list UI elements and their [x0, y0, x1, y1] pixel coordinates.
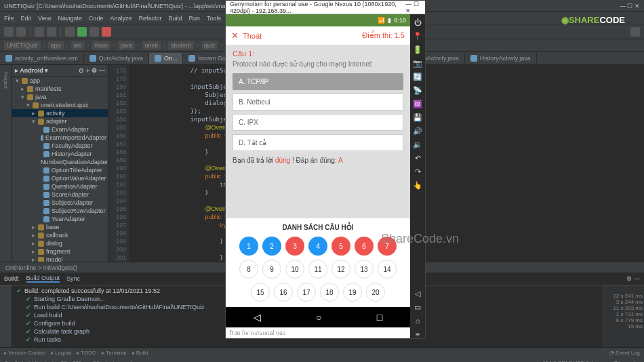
tree-item[interactable]: ▸base — [12, 223, 108, 231]
breadcrumb-item[interactable]: uneti — [142, 41, 161, 49]
tree-item[interactable]: ▸callback — [12, 231, 108, 239]
editor-tab[interactable]: On... — [149, 53, 184, 64]
answer-option[interactable]: B. Netbeui — [233, 94, 403, 110]
question-nav-button[interactable]: 4 — [308, 237, 327, 256]
pinch-icon[interactable]: 👆 — [414, 181, 422, 189]
question-nav-button[interactable]: 12 — [331, 260, 350, 279]
question-nav-button[interactable]: 10 — [285, 260, 304, 279]
question-nav-button[interactable]: 16 — [274, 283, 293, 302]
question-nav-button[interactable]: 20 — [366, 283, 385, 302]
tree-item[interactable]: ▸manifests — [12, 85, 108, 93]
debug-icon[interactable] — [89, 27, 99, 37]
question-nav-button[interactable]: 8 — [239, 260, 258, 279]
search-icon[interactable] — [630, 27, 640, 37]
tree-item[interactable]: HistoryAdapter — [12, 150, 108, 158]
question-nav-button[interactable]: 5 — [331, 237, 350, 256]
question-nav-button[interactable]: 2 — [262, 237, 281, 256]
tree-item[interactable]: ▸model — [12, 256, 108, 262]
breadcrumb-item[interactable]: main — [92, 41, 111, 49]
network-icon[interactable]: 📡 — [414, 86, 422, 94]
build-tab-sync[interactable]: Sync — [66, 275, 80, 282]
rotate-icon[interactable]: 🔄 — [414, 73, 422, 81]
id-icon[interactable]: 🆔 — [414, 100, 422, 108]
stop-icon[interactable] — [102, 27, 111, 37]
nav-recent-icon[interactable]: ▭ — [414, 303, 422, 311]
event-log[interactable]: ◔ Event Log — [609, 350, 640, 356]
menu-icon[interactable]: ≡ — [414, 330, 422, 338]
tree-item[interactable]: NumberQuestionAdapter — [12, 158, 108, 166]
question-nav-button[interactable]: 3 — [285, 237, 304, 256]
battery-icon[interactable]: 🔋 — [414, 45, 422, 54]
tool-tab[interactable]: ▸ TODO — [77, 350, 96, 356]
question-nav-button[interactable]: 19 — [343, 283, 362, 302]
tool-tab[interactable]: ▸ Terminal — [102, 350, 126, 356]
answer-option[interactable]: D. Tất cả — [233, 134, 403, 151]
editor-tab[interactable]: HistoryActivity.java — [465, 53, 537, 64]
redo-icon[interactable] — [47, 27, 56, 37]
tree-item[interactable]: OptionValueAdapter — [12, 174, 108, 182]
tree-item[interactable]: ▸activity — [12, 109, 108, 117]
save-icon[interactable] — [16, 27, 26, 37]
breadcrumb-item[interactable]: student — [168, 41, 194, 49]
tree-item[interactable]: OptionTitleAdapter — [12, 166, 108, 174]
project-tree[interactable]: ▸ Android ▾ ⊙÷⚙— ▾app▸manifests▾java▾une… — [12, 65, 108, 262]
question-nav-button[interactable]: 15 — [251, 283, 270, 302]
volume-down-icon[interactable]: 🔉 — [414, 140, 422, 148]
tree-item[interactable]: SubjectAdapter — [12, 199, 108, 207]
menu-analyze[interactable]: Analyze — [110, 15, 132, 22]
question-nav-button[interactable]: 17 — [297, 283, 316, 302]
menu-build[interactable]: Build — [168, 15, 182, 22]
nav-home-icon[interactable]: ⌂ — [414, 317, 422, 325]
run-icon[interactable] — [77, 27, 87, 37]
answer-option[interactable]: C. IPX — [233, 114, 403, 131]
question-nav-button[interactable]: 14 — [378, 260, 397, 279]
menu-file[interactable]: File — [4, 15, 14, 22]
window-controls[interactable]: — ☐ ✕ — [620, 3, 640, 9]
rotate-left-icon[interactable]: ↶ — [414, 154, 422, 162]
camera-icon[interactable]: 📷 — [414, 59, 422, 67]
rotate-right-icon[interactable]: ↷ — [414, 167, 422, 176]
emulator-window-controls[interactable]: — ☐ ✕ — [405, 1, 421, 14]
tree-item[interactable]: ▾app — [12, 77, 108, 85]
exit-label[interactable]: Thoát — [243, 32, 262, 40]
breadcrumb-item[interactable]: app — [48, 41, 64, 49]
tree-item[interactable]: ▸dialog — [12, 239, 108, 247]
question-nav-button[interactable]: 1 — [239, 237, 258, 256]
volume-up-icon[interactable]: 🔊 — [414, 127, 422, 135]
tool-tab[interactable]: ▸ Build — [132, 350, 148, 356]
undo-icon[interactable] — [35, 27, 44, 37]
menu-refactor[interactable]: Refactor — [138, 15, 161, 22]
tree-item[interactable]: ▾adapter — [12, 117, 108, 125]
nav-recent-icon[interactable]: □ — [377, 312, 382, 323]
answer-option[interactable]: A. TCP/IP — [233, 73, 403, 90]
question-nav-button[interactable]: 6 — [355, 237, 374, 256]
tree-item[interactable]: YearAdapter — [12, 215, 108, 223]
disk-icon[interactable]: 💾 — [414, 113, 422, 121]
tree-item[interactable]: QuestionAdapter — [12, 182, 108, 190]
tool-tab[interactable]: ▸ Logcat — [51, 350, 71, 356]
question-nav-button[interactable]: 18 — [320, 283, 339, 302]
menu-view[interactable]: View — [38, 15, 51, 22]
power-icon[interactable]: ⏻ — [414, 18, 422, 26]
menu-code[interactable]: Code — [89, 15, 104, 22]
editor-tab[interactable]: activity_onthionline.xml — [0, 53, 84, 64]
emulator-titlebar[interactable]: Genymotion for personal use - Google Nex… — [226, 1, 425, 14]
question-nav-button[interactable]: 11 — [308, 260, 327, 279]
menu-navigate[interactable]: Navigate — [58, 15, 82, 22]
breadcrumb-item[interactable]: quiz — [201, 41, 218, 49]
question-nav-button[interactable]: 13 — [355, 260, 374, 279]
nav-back-icon[interactable]: ◁ — [414, 289, 422, 298]
phone-screen[interactable]: 📶 ▮ 8:10 ✕ Thoát Điểm thi: 1.5 Câu 1: Pr… — [226, 14, 410, 338]
build-settings-icon[interactable]: ⚙ — — [626, 275, 640, 282]
menu-edit[interactable]: Edit — [21, 15, 32, 22]
tree-item[interactable]: FacultyAdapter — [12, 142, 108, 150]
tree-item[interactable]: SubjectRowAdapter — [12, 207, 108, 215]
menu-run[interactable]: Run — [189, 15, 201, 22]
tree-item[interactable]: ▾java — [12, 93, 108, 101]
close-icon[interactable]: ✕ — [231, 31, 239, 41]
build-tab-output[interactable]: Build Output — [26, 275, 60, 283]
nav-back-icon[interactable]: ◁ — [254, 312, 261, 323]
tree-item[interactable]: ScoreAdapter — [12, 190, 108, 199]
nav-home-icon[interactable]: ○ — [316, 312, 321, 323]
project-tool-label[interactable]: Project — [3, 72, 9, 89]
